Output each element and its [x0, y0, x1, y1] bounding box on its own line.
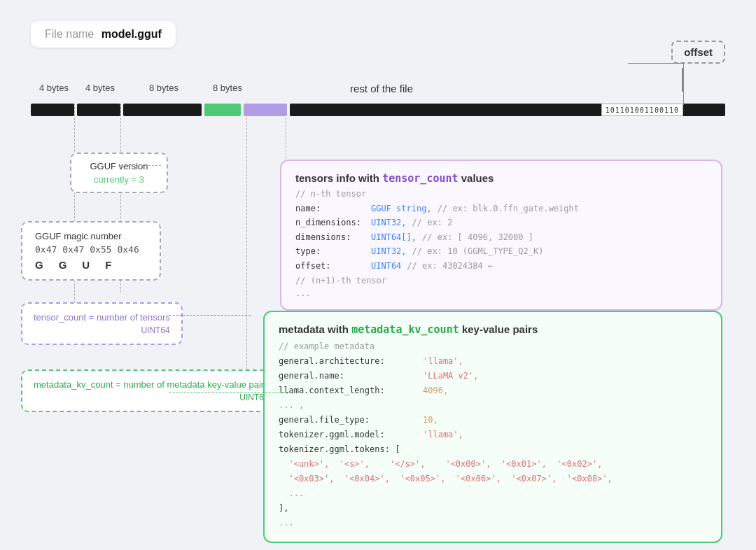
- gguf-magic-title: GGUF magic number: [35, 231, 147, 241]
- gguf-magic-chars: G G U F: [35, 259, 147, 271]
- meta-row-final-dots: ...: [279, 516, 707, 530]
- tensors-info-comment1: // n-th tensor: [295, 189, 707, 199]
- tensors-row-type: type: UINT32, // ex: 10 (GGML_TYPE_Q2_K): [295, 244, 707, 258]
- gguf-version-box: GGUF version currently = 3: [70, 153, 168, 193]
- tensors-info-box: tensors info with tensor_count values //…: [280, 160, 722, 311]
- byte-label-3: 8 bytes: [123, 83, 204, 93]
- char-u: U: [82, 259, 91, 271]
- meta-row-tokens-dots: ...: [279, 486, 707, 501]
- tensor-count-title: tensor_count = number of tensors: [34, 312, 170, 323]
- tensors-info-heading: tensors info with tensor_count values: [295, 172, 707, 185]
- byte-label-2: 4 bytes: [77, 83, 123, 93]
- h-line-magic: [76, 238, 111, 239]
- tensors-row-dims: dimensions: UINT64[], // ex: [ 4096, 320…: [295, 230, 707, 244]
- char-g1: G: [35, 259, 45, 271]
- tensors-info-heading-suffix: values: [458, 172, 494, 184]
- tensors-row-ndim: n_dimensions: UINT32, // ex: 2: [295, 216, 707, 230]
- kv-count-title: metadata_kv_count = number of metadata k…: [34, 379, 269, 390]
- filename-value: model.gguf: [102, 28, 162, 40]
- h-line-tensor: [169, 315, 251, 316]
- rest-label: rest of the file: [350, 83, 413, 94]
- tensors-info-comment2: // (n+1)-th tensor: [295, 276, 707, 285]
- metadata-comment1: // example metadata: [279, 341, 707, 351]
- seg-magic: [31, 104, 74, 116]
- tensor-count-type: UINT64: [34, 325, 170, 335]
- tensors-info-dots: ...: [295, 288, 707, 298]
- meta-row-tokens-bracket: tokenizer.ggml.tokens: [: [279, 442, 707, 457]
- filename-label: File name: [45, 28, 94, 40]
- meta-row-name: general.name: 'LLaMA v2',: [279, 369, 707, 383]
- gguf-version-value: currently = 3: [84, 174, 154, 185]
- meta-row-tokens-2: '<0x03>', '<0x04>', '<0x05>', '<0x06>', …: [279, 472, 707, 486]
- meta-row-ctx: llama.context_length: 4096,: [279, 383, 707, 398]
- seg-rest: 101101001100110: [290, 104, 725, 116]
- binary-text: 101101001100110: [601, 104, 683, 116]
- metadata-heading-mono: metadata_kv_count: [351, 323, 459, 336]
- meta-row-filetype: general.file_type: 10,: [279, 413, 707, 428]
- seg-version: [77, 104, 120, 116]
- meta-row-tokens-1: '<unk>', '<s>', '</s>', '<0x00>', '<0x01…: [279, 457, 707, 472]
- tensor-count-box: tensor_count = number of tensors UINT64: [21, 302, 183, 345]
- seg-kv-count: [204, 104, 241, 116]
- meta-row-dots1: ... ,: [279, 398, 707, 413]
- h-line-version: [120, 165, 161, 166]
- tensors-info-heading-mono: tensor_count: [382, 172, 458, 185]
- metadata-heading-text: metadata with: [279, 323, 351, 335]
- meta-row-tokenizer: tokenizer.ggml.model: 'llama',: [279, 428, 707, 442]
- metadata-box: metadata with metadata_kv_count key-valu…: [263, 311, 722, 543]
- gguf-magic-hex: 0x47 0x47 0x55 0x46: [35, 244, 147, 255]
- kv-count-type: UINT64: [34, 393, 269, 402]
- char-g2: G: [59, 259, 69, 271]
- seg-tensor-count: [123, 104, 202, 116]
- offset-bracket-v: [683, 63, 684, 105]
- gguf-magic-box: GGUF magic number 0x47 0x47 0x55 0x46 G …: [21, 221, 161, 281]
- kv-count-box: metadata_kv_count = number of metadata k…: [21, 369, 281, 412]
- tensors-row-offset: offset: UINT64 // ex: 43024384 ←: [295, 259, 707, 273]
- seg-tensors-info: [244, 104, 287, 116]
- dashed-v-3: [246, 104, 247, 397]
- char-f: F: [105, 259, 113, 271]
- h-line-kv: [169, 392, 288, 393]
- filename-badge: File name model.gguf: [31, 21, 176, 48]
- metadata-heading-suffix: key-value pairs: [459, 323, 538, 335]
- offset-bracket-top: [628, 63, 684, 64]
- byte-label-4: 8 bytes: [204, 83, 251, 93]
- byte-label-1: 4 bytes: [31, 83, 77, 93]
- meta-row-arch: general.architecture: 'llama',: [279, 354, 707, 369]
- tensors-info-heading-text: tensors info with: [295, 172, 382, 184]
- metadata-heading: metadata with metadata_kv_count key-valu…: [279, 323, 707, 336]
- meta-row-close-bracket: ],: [279, 501, 707, 516]
- tensors-row-name: name: GGUF string, // ex: blk.0.ffn_gate…: [295, 202, 707, 216]
- file-bar: 101101001100110: [31, 104, 725, 116]
- offset-label: offset: [671, 41, 725, 64]
- gguf-version-title: GGUF version: [84, 161, 154, 171]
